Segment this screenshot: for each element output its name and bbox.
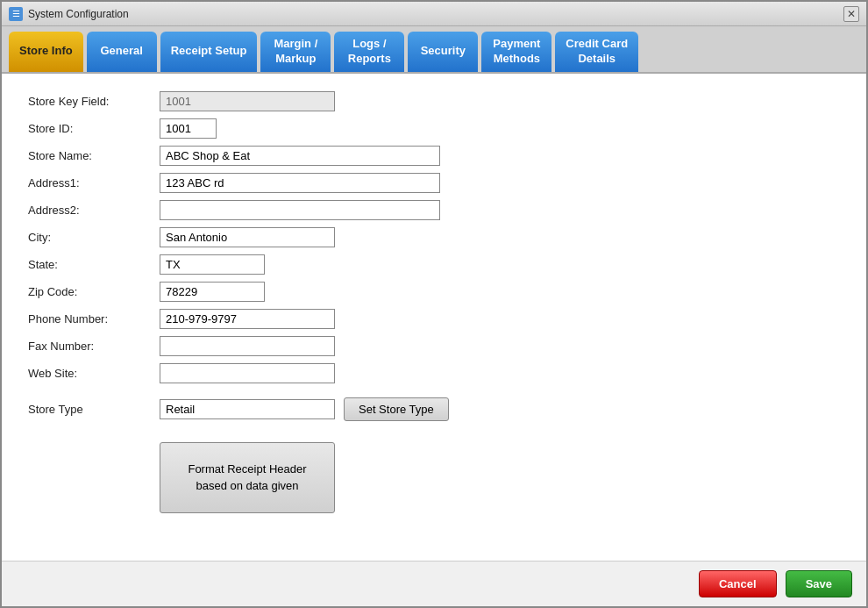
zip-code-label: Zip Code: [28, 285, 151, 298]
tab-store-info[interactable]: Store Info [9, 32, 83, 72]
store-key-field-label: Store Key Field: [28, 95, 151, 108]
tab-logs-reports[interactable]: Logs /Reports [334, 32, 404, 72]
web-site-label: Web Site: [28, 367, 151, 380]
store-id-row: Store ID: [28, 118, 840, 139]
zip-code-input[interactable] [160, 282, 265, 302]
close-button[interactable]: ✕ [843, 6, 859, 22]
address2-label: Address2: [28, 204, 151, 217]
set-store-type-button[interactable]: Set Store Type [344, 397, 449, 421]
web-site-row: Web Site: [28, 363, 840, 383]
city-input[interactable] [160, 227, 335, 247]
main-window: ☰ System Configuration ✕ Store Info Gene… [0, 0, 868, 608]
fax-number-row: Fax Number: [28, 336, 840, 356]
phone-number-row: Phone Number: [28, 309, 840, 329]
phone-number-label: Phone Number: [28, 312, 151, 325]
store-type-input[interactable] [160, 399, 335, 419]
tab-credit-card-details[interactable]: Credit CardDetails [555, 32, 638, 72]
zip-code-row: Zip Code: [28, 282, 840, 302]
store-key-field-input [160, 91, 335, 111]
store-info-form: Store Key Field: Store ID: Store Name: A… [28, 91, 840, 513]
tab-margin-markup[interactable]: Margin /Markup [260, 32, 331, 72]
store-name-label: Store Name: [28, 149, 151, 162]
city-row: City: [28, 227, 840, 247]
content-area: Store Key Field: Store ID: Store Name: A… [2, 74, 866, 561]
address2-input[interactable] [160, 200, 440, 220]
store-name-row: Store Name: [28, 146, 840, 166]
store-name-input[interactable] [160, 146, 440, 166]
store-id-input[interactable] [160, 118, 217, 139]
state-row: State: [28, 254, 840, 275]
address1-input[interactable] [160, 173, 440, 193]
fax-number-label: Fax Number: [28, 340, 151, 353]
tab-security[interactable]: Security [408, 32, 478, 72]
footer: Cancel Save [2, 561, 866, 606]
store-id-label: Store ID: [28, 122, 151, 135]
address2-row: Address2: [28, 200, 840, 220]
fax-number-input[interactable] [160, 336, 335, 356]
format-receipt-button[interactable]: Format Receipt Headerbased on data given [160, 442, 335, 513]
window-title: System Configuration [28, 8, 843, 20]
store-type-row: Store Type Set Store Type [28, 397, 840, 421]
tab-payment-methods[interactable]: PaymentMethods [481, 32, 551, 72]
tab-bar: Store Info General Receipt Setup Margin … [2, 26, 866, 74]
tab-receipt-setup[interactable]: Receipt Setup [160, 32, 258, 72]
phone-number-input[interactable] [160, 309, 335, 329]
store-key-field-row: Store Key Field: [28, 91, 840, 111]
save-button[interactable]: Save [786, 570, 852, 597]
title-bar: ☰ System Configuration ✕ [2, 2, 866, 26]
city-label: City: [28, 231, 151, 244]
store-type-label: Store Type [28, 403, 151, 416]
address1-label: Address1: [28, 176, 151, 190]
cancel-button[interactable]: Cancel [699, 570, 777, 597]
web-site-input[interactable] [160, 363, 335, 383]
window-icon: ☰ [9, 7, 23, 21]
address1-row: Address1: [28, 173, 840, 193]
tab-general[interactable]: General [87, 32, 157, 72]
state-input[interactable] [160, 254, 265, 275]
state-label: State: [28, 258, 151, 271]
